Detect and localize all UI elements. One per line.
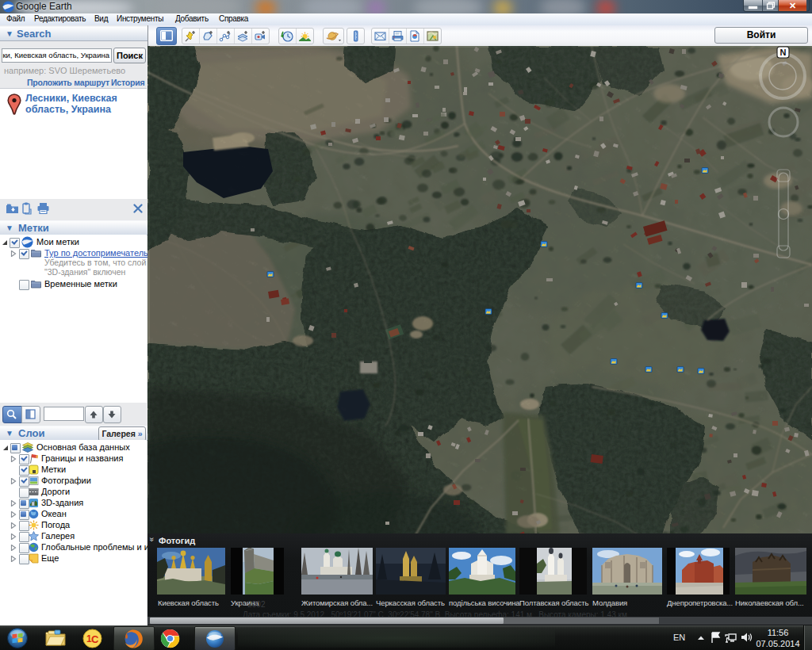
svg-text:C: C (91, 633, 99, 645)
svg-text:N: N (780, 48, 787, 57)
